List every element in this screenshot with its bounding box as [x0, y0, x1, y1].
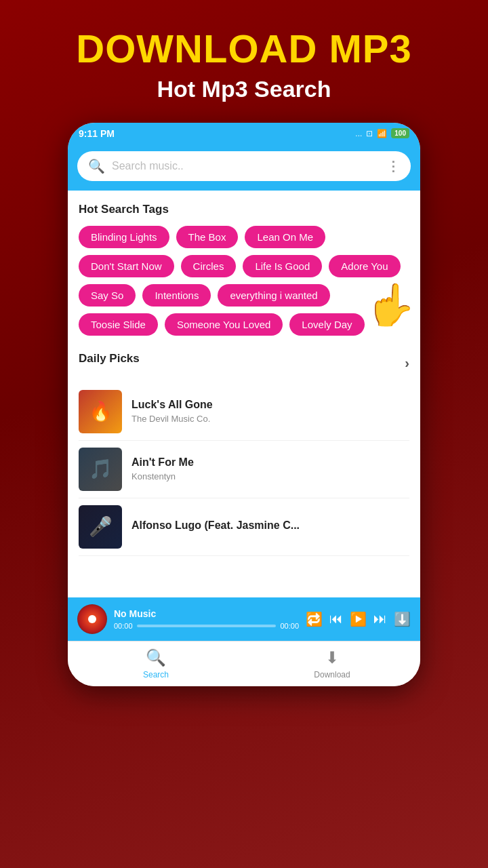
search-bar[interactable]: 🔍 Search music.. ⋮: [77, 151, 411, 181]
search-tag[interactable]: Circles: [181, 255, 237, 277]
headline: DOWNLOAD MP3: [76, 27, 411, 71]
shuffle-icon[interactable]: 🔁: [306, 611, 323, 627]
search-placeholder: Search music..: [112, 160, 380, 172]
song-item[interactable]: 🎵 Ain't For Me Konstentyn: [79, 441, 409, 498]
song-artist: Konstentyn: [131, 471, 409, 481]
nav-item-search[interactable]: 🔍 Search: [68, 642, 244, 686]
bottom-nav: 🔍 Search ⬇ Download: [68, 641, 420, 686]
np-controls: 🔁 ⏮ ▶️ ⏭ ⬇️: [306, 611, 411, 627]
content-area: Hot Search Tags Blinding LightsThe BoxLe…: [68, 191, 420, 597]
nav-label: Download: [314, 670, 350, 679]
play-icon[interactable]: ▶️: [350, 611, 367, 627]
prev-icon[interactable]: ⏮: [329, 611, 343, 627]
status-bar: 9:11 PM ... ⊡ 📶 100: [68, 123, 420, 144]
np-time-end: 00:00: [280, 622, 299, 630]
search-tag[interactable]: Don't Start Now: [79, 255, 174, 277]
np-title: No Music: [114, 608, 299, 619]
search-icon: 🔍: [88, 158, 105, 174]
now-playing-bar[interactable]: No Music 00:00 00:00 🔁 ⏮ ▶️ ⏭ ⬇️: [68, 597, 420, 641]
thumbnail-bg: 🎤: [79, 505, 122, 549]
search-tag[interactable]: Someone You Loved: [165, 313, 283, 336]
daily-picks-arrow[interactable]: ›: [405, 355, 409, 371]
nav-icon: 🔍: [146, 648, 166, 667]
search-tag[interactable]: The Box: [176, 226, 239, 248]
search-tag[interactable]: Lovely Day: [289, 313, 364, 336]
status-time: 9:11 PM: [79, 128, 115, 139]
hot-tags-section: Hot Search Tags Blinding LightsThe BoxLe…: [79, 203, 409, 336]
search-tag[interactable]: Adore You: [329, 255, 400, 277]
tags-container: Blinding LightsThe BoxLean On MeDon't St…: [79, 226, 409, 336]
song-item[interactable]: 🔥 Luck's All Gone The Devil Music Co.: [79, 383, 409, 441]
battery-badge: 100: [391, 128, 409, 138]
song-item[interactable]: 🎤 Alfonso Lugo (Feat. Jasmine C...: [79, 498, 409, 556]
song-thumbnail: 🎤: [79, 505, 122, 549]
thumbnail-bg: 🎵: [79, 448, 122, 491]
song-thumbnail: 🔥: [79, 390, 122, 433]
search-tag[interactable]: Blinding Lights: [79, 226, 169, 248]
search-area: 🔍 Search music.. ⋮: [68, 144, 420, 191]
song-info: Ain't For Me Konstentyn: [131, 456, 409, 481]
nav-item-download[interactable]: ⬇ Download: [244, 642, 420, 686]
download-icon[interactable]: ⬇️: [394, 611, 411, 627]
dots-icon: ...: [355, 129, 362, 138]
phone-frame: 9:11 PM ... ⊡ 📶 100 🔍 Search music.. ⋮ H…: [68, 123, 420, 686]
song-info: Luck's All Gone The Devil Music Co.: [131, 399, 409, 424]
search-tag[interactable]: everything i wanted: [218, 284, 329, 307]
song-info: Alfonso Lugo (Feat. Jasmine C...: [131, 519, 409, 534]
search-tag[interactable]: Lean On Me: [245, 226, 325, 248]
song-artist: The Devil Music Co.: [131, 414, 409, 424]
song-thumbnail: 🎵: [79, 448, 122, 491]
song-title: Ain't For Me: [131, 456, 409, 469]
screen-icon: ⊡: [366, 129, 373, 138]
next-icon[interactable]: ⏭: [373, 611, 387, 627]
search-tag[interactable]: Intentions: [142, 284, 211, 307]
song-title: Alfonso Lugo (Feat. Jasmine C...: [131, 519, 409, 532]
nav-icon: ⬇: [325, 648, 339, 667]
hot-tags-title: Hot Search Tags: [79, 203, 409, 216]
progress-bar[interactable]: [137, 625, 277, 627]
search-tag[interactable]: Say So: [79, 284, 136, 307]
daily-picks-title: Daily Picks: [79, 352, 140, 366]
daily-picks-section: Daily Picks › 🔥 Luck's All Gone The Devi…: [79, 352, 409, 556]
nav-label: Search: [143, 670, 169, 679]
wifi-icon: 📶: [377, 129, 387, 138]
subtitle: Hot Mp3 Search: [157, 76, 331, 102]
np-info: No Music 00:00 00:00: [114, 608, 299, 630]
more-options-icon[interactable]: ⋮: [386, 158, 400, 174]
thumbnail-bg: 🔥: [79, 390, 122, 433]
search-tag[interactable]: Toosie Slide: [79, 313, 158, 336]
np-time-start: 00:00: [114, 622, 133, 630]
vinyl-icon: [77, 604, 107, 634]
search-tag[interactable]: Life Is Good: [243, 255, 322, 277]
song-title: Luck's All Gone: [131, 399, 409, 411]
